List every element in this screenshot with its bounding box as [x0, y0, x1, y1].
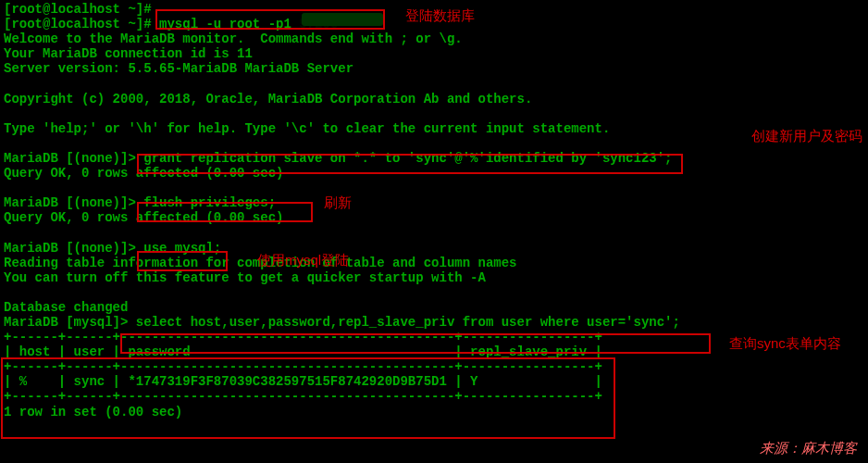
blank-line — [4, 181, 864, 195]
annotation-query-sync: 查询sync表单内容 — [729, 335, 841, 351]
connection-id-line: Your MariaDB connection id is 11 — [4, 46, 864, 61]
table-border: +------+------+-------------------------… — [4, 389, 864, 404]
annotation-login-db: 登陆数据库 — [405, 7, 475, 23]
server-version-line: Server version: 5.5.65-MariaDB MariaDB S… — [4, 61, 864, 76]
reading-table-line: Reading table information for completion… — [4, 256, 864, 270]
annotation-create-user: 创建新用户及密码 — [751, 128, 862, 144]
query-ok-line: Query OK, 0 rows affected (0.00 sec) — [4, 166, 864, 181]
welcome-line: Welcome to the MariaDB monitor. Commands… — [4, 31, 864, 46]
database-changed-line: Database changed — [4, 300, 864, 315]
annotation-use-mysql: 使用mysql登陆 — [257, 252, 349, 268]
rows-in-set-line: 1 row in set (0.00 sec) — [4, 405, 864, 419]
blank-line — [4, 106, 864, 121]
select-command: MariaDB [mysql]> select host,user,passwo… — [4, 315, 864, 330]
terminal-output: [root@localhost ~]# [root@localhost ~]# … — [4, 2, 864, 419]
blank-line — [4, 136, 864, 151]
table-row: | % | sync | *1747319F3F87039C382597515F… — [4, 374, 864, 389]
annotation-refresh: 刷新 — [324, 194, 352, 210]
password-smudge — [302, 13, 383, 26]
blank-line — [4, 76, 864, 91]
table-border: +------+------+-------------------------… — [4, 359, 864, 374]
turnoff-feature-line: You can turn off this feature to get a q… — [4, 270, 864, 285]
flush-command: MariaDB [(none)]> flush privileges; — [4, 195, 864, 210]
blank-line — [4, 225, 864, 240]
query-ok-line: Query OK, 0 rows affected (0.00 sec) — [4, 210, 864, 225]
blank-line — [4, 285, 864, 300]
watermark: 来源：麻木博客 — [760, 440, 857, 456]
copyright-line: Copyright (c) 2000, 2018, Oracle, MariaD… — [4, 92, 864, 106]
help-line: Type 'help;' or '\h' for help. Type '\c'… — [4, 121, 864, 136]
use-mysql-command: MariaDB [(none)]> use mysql; — [4, 241, 864, 256]
grant-command: MariaDB [(none)]> grant replication slav… — [4, 151, 864, 166]
